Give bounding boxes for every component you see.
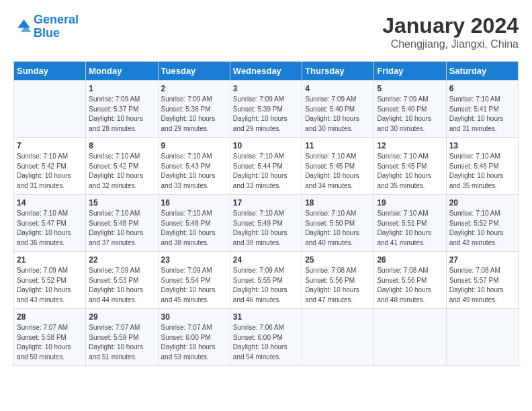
- page-header: General Blue January 2024 Chengjiang, Ji…: [13, 13, 519, 50]
- page-title: January 2024: [382, 13, 519, 38]
- day-number: 8: [89, 141, 154, 150]
- day-number: 4: [305, 84, 371, 93]
- calendar-cell: 21Sunrise: 7:09 AM Sunset: 5:52 PM Dayli…: [14, 252, 86, 309]
- day-number: 23: [161, 255, 227, 265]
- logo-icon: [13, 17, 32, 36]
- calendar-cell: 22Sunrise: 7:09 AM Sunset: 5:53 PM Dayli…: [86, 252, 158, 309]
- calendar-cell: 7Sunrise: 7:10 AM Sunset: 5:42 PM Daylig…: [14, 138, 86, 195]
- calendar-cell: [374, 309, 446, 366]
- weekday-header: Wednesday: [230, 62, 302, 81]
- weekday-row: SundayMondayTuesdayWednesdayThursdayFrid…: [14, 62, 519, 81]
- weekday-header: Saturday: [446, 62, 518, 81]
- day-number: 9: [161, 141, 227, 150]
- cell-content: Sunrise: 7:10 AM Sunset: 5:44 PM Dayligh…: [233, 152, 299, 191]
- calendar-cell: [14, 81, 86, 138]
- day-number: 2: [161, 84, 227, 93]
- cell-content: Sunrise: 7:10 AM Sunset: 5:51 PM Dayligh…: [377, 209, 443, 248]
- day-number: 11: [305, 141, 371, 150]
- day-number: 28: [17, 312, 83, 322]
- cell-content: Sunrise: 7:10 AM Sunset: 5:42 PM Dayligh…: [17, 152, 83, 191]
- cell-content: Sunrise: 7:10 AM Sunset: 5:49 PM Dayligh…: [233, 209, 299, 248]
- cell-content: Sunrise: 7:08 AM Sunset: 5:57 PM Dayligh…: [449, 266, 515, 305]
- calendar-cell: [302, 309, 374, 366]
- calendar-cell: 24Sunrise: 7:09 AM Sunset: 5:55 PM Dayli…: [230, 252, 302, 309]
- weekday-header: Monday: [86, 62, 158, 81]
- cell-content: Sunrise: 7:07 AM Sunset: 5:58 PM Dayligh…: [17, 323, 83, 362]
- calendar-cell: 20Sunrise: 7:10 AM Sunset: 5:52 PM Dayli…: [446, 195, 518, 252]
- day-number: 30: [161, 312, 227, 322]
- day-number: 7: [17, 141, 83, 150]
- cell-content: Sunrise: 7:07 AM Sunset: 5:59 PM Dayligh…: [89, 323, 154, 362]
- day-number: 22: [89, 255, 154, 265]
- day-number: 20: [449, 198, 515, 208]
- calendar-week-row: 7Sunrise: 7:10 AM Sunset: 5:42 PM Daylig…: [14, 138, 519, 195]
- cell-content: Sunrise: 7:10 AM Sunset: 5:48 PM Dayligh…: [89, 209, 154, 248]
- cell-content: Sunrise: 7:10 AM Sunset: 5:42 PM Dayligh…: [89, 152, 154, 191]
- cell-content: Sunrise: 7:10 AM Sunset: 5:41 PM Dayligh…: [449, 95, 515, 134]
- cell-content: Sunrise: 7:09 AM Sunset: 5:40 PM Dayligh…: [377, 95, 443, 134]
- calendar-cell: 31Sunrise: 7:06 AM Sunset: 6:00 PM Dayli…: [230, 309, 302, 366]
- day-number: 15: [89, 198, 154, 208]
- weekday-header: Tuesday: [158, 62, 230, 81]
- calendar-cell: 14Sunrise: 7:10 AM Sunset: 5:47 PM Dayli…: [14, 195, 86, 252]
- calendar-cell: 15Sunrise: 7:10 AM Sunset: 5:48 PM Dayli…: [86, 195, 158, 252]
- day-number: 25: [305, 255, 371, 265]
- calendar-week-row: 14Sunrise: 7:10 AM Sunset: 5:47 PM Dayli…: [14, 195, 519, 252]
- cell-content: Sunrise: 7:10 AM Sunset: 5:45 PM Dayligh…: [377, 152, 443, 191]
- logo: General Blue: [13, 13, 79, 40]
- cell-content: Sunrise: 7:08 AM Sunset: 5:56 PM Dayligh…: [377, 266, 443, 305]
- day-number: 16: [161, 198, 227, 208]
- calendar-cell: 5Sunrise: 7:09 AM Sunset: 5:40 PM Daylig…: [374, 81, 446, 138]
- cell-content: Sunrise: 7:09 AM Sunset: 5:40 PM Dayligh…: [305, 95, 371, 134]
- calendar-cell: 3Sunrise: 7:09 AM Sunset: 5:39 PM Daylig…: [230, 81, 302, 138]
- cell-content: Sunrise: 7:10 AM Sunset: 5:52 PM Dayligh…: [449, 209, 515, 248]
- day-number: 24: [233, 255, 299, 265]
- calendar-cell: 27Sunrise: 7:08 AM Sunset: 5:57 PM Dayli…: [446, 252, 518, 309]
- page-subtitle: Chengjiang, Jiangxi, China: [382, 38, 519, 50]
- cell-content: Sunrise: 7:10 AM Sunset: 5:47 PM Dayligh…: [17, 209, 83, 248]
- weekday-header: Sunday: [14, 62, 86, 81]
- day-number: 12: [377, 141, 443, 150]
- calendar-cell: 11Sunrise: 7:10 AM Sunset: 5:45 PM Dayli…: [302, 138, 374, 195]
- calendar-cell: 30Sunrise: 7:07 AM Sunset: 6:00 PM Dayli…: [158, 309, 230, 366]
- calendar-cell: 25Sunrise: 7:08 AM Sunset: 5:56 PM Dayli…: [302, 252, 374, 309]
- calendar-cell: 2Sunrise: 7:09 AM Sunset: 5:38 PM Daylig…: [158, 81, 230, 138]
- cell-content: Sunrise: 7:09 AM Sunset: 5:39 PM Dayligh…: [233, 95, 299, 134]
- calendar-cell: [446, 309, 518, 366]
- calendar-header: SundayMondayTuesdayWednesdayThursdayFrid…: [14, 62, 519, 81]
- cell-content: Sunrise: 7:09 AM Sunset: 5:37 PM Dayligh…: [89, 95, 154, 134]
- calendar-cell: 13Sunrise: 7:10 AM Sunset: 5:46 PM Dayli…: [446, 138, 518, 195]
- calendar-week-row: 21Sunrise: 7:09 AM Sunset: 5:52 PM Dayli…: [14, 252, 519, 309]
- calendar-table: SundayMondayTuesdayWednesdayThursdayFrid…: [13, 61, 519, 366]
- title-block: January 2024 Chengjiang, Jiangxi, China: [382, 13, 519, 50]
- calendar-cell: 1Sunrise: 7:09 AM Sunset: 5:37 PM Daylig…: [86, 81, 158, 138]
- calendar-cell: 9Sunrise: 7:10 AM Sunset: 5:43 PM Daylig…: [158, 138, 230, 195]
- calendar-week-row: 1Sunrise: 7:09 AM Sunset: 5:37 PM Daylig…: [14, 81, 519, 138]
- weekday-header: Thursday: [302, 62, 374, 81]
- day-number: 29: [89, 312, 154, 322]
- cell-content: Sunrise: 7:09 AM Sunset: 5:52 PM Dayligh…: [17, 266, 83, 305]
- svg-marker-0: [17, 19, 30, 28]
- cell-content: Sunrise: 7:10 AM Sunset: 5:48 PM Dayligh…: [161, 209, 227, 248]
- day-number: 31: [233, 312, 299, 322]
- cell-content: Sunrise: 7:09 AM Sunset: 5:54 PM Dayligh…: [161, 266, 227, 305]
- day-number: 1: [89, 84, 154, 93]
- day-number: 5: [377, 84, 443, 93]
- day-number: 19: [377, 198, 443, 208]
- calendar-cell: 4Sunrise: 7:09 AM Sunset: 5:40 PM Daylig…: [302, 81, 374, 138]
- day-number: 21: [17, 255, 83, 265]
- weekday-header: Friday: [374, 62, 446, 81]
- calendar-cell: 16Sunrise: 7:10 AM Sunset: 5:48 PM Dayli…: [158, 195, 230, 252]
- day-number: 17: [233, 198, 299, 208]
- calendar-cell: 19Sunrise: 7:10 AM Sunset: 5:51 PM Dayli…: [374, 195, 446, 252]
- calendar-cell: 29Sunrise: 7:07 AM Sunset: 5:59 PM Dayli…: [86, 309, 158, 366]
- day-number: 27: [449, 255, 515, 265]
- calendar-cell: 12Sunrise: 7:10 AM Sunset: 5:45 PM Dayli…: [374, 138, 446, 195]
- day-number: 10: [233, 141, 299, 150]
- day-number: 3: [233, 84, 299, 93]
- cell-content: Sunrise: 7:09 AM Sunset: 5:55 PM Dayligh…: [233, 266, 299, 305]
- day-number: 14: [17, 198, 83, 208]
- cell-content: Sunrise: 7:09 AM Sunset: 5:53 PM Dayligh…: [89, 266, 154, 305]
- calendar-cell: 23Sunrise: 7:09 AM Sunset: 5:54 PM Dayli…: [158, 252, 230, 309]
- cell-content: Sunrise: 7:10 AM Sunset: 5:45 PM Dayligh…: [305, 152, 371, 191]
